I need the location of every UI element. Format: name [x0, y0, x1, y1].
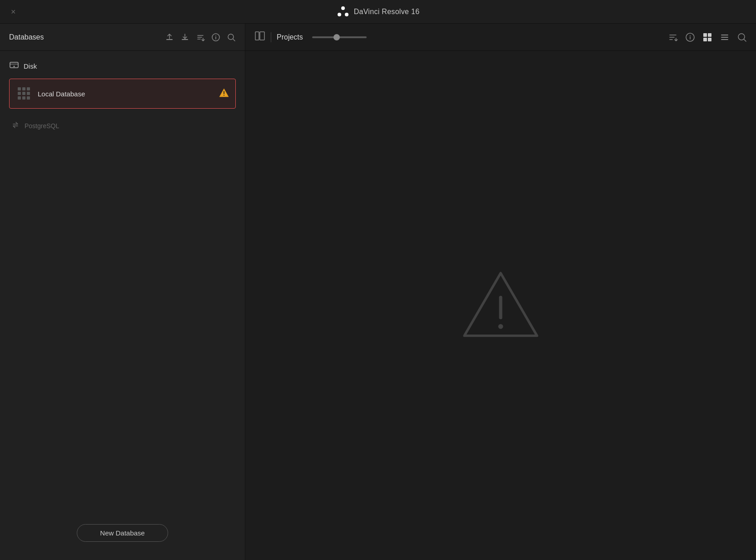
svg-point-9 [14, 66, 15, 67]
postgresql-section: PostgreSQL [9, 118, 236, 134]
svg-rect-3 [166, 39, 173, 40]
title-bar: × DaVinci Resolve 16 [0, 0, 756, 24]
databases-toolbar [165, 33, 236, 42]
database-list: Disk Local Database [0, 51, 245, 515]
svg-point-10 [224, 95, 224, 95]
svg-rect-16 [708, 33, 711, 37]
new-database-button[interactable]: New Database [77, 524, 168, 542]
svg-point-14 [690, 35, 691, 36]
logo-icon [337, 5, 349, 18]
main-layout: Databases [0, 24, 756, 560]
svg-point-0 [341, 6, 345, 10]
sort-icon[interactable] [196, 33, 205, 42]
db-dots-logo [18, 87, 30, 100]
postgresql-label: PostgreSQL [25, 122, 59, 130]
projects-slider-wrapper [312, 36, 367, 38]
disk-icon [9, 60, 19, 72]
svg-rect-15 [703, 33, 707, 37]
projects-content [245, 51, 756, 560]
db-warning-icon [219, 88, 229, 100]
sort-icon-projects[interactable] [668, 32, 678, 42]
search-icon-db[interactable] [227, 33, 236, 42]
projects-size-slider[interactable] [312, 36, 367, 38]
svg-rect-4 [182, 39, 188, 40]
app-title: DaVinci Resolve 16 [354, 8, 420, 16]
download-icon[interactable] [180, 33, 189, 42]
info-icon-db[interactable] [211, 33, 220, 42]
panel-footer: New Database [0, 515, 245, 551]
disk-section-title: Disk [24, 62, 37, 70]
close-button[interactable]: × [11, 8, 16, 16]
local-database-name: Local Database [38, 90, 214, 98]
header-divider [271, 32, 271, 42]
projects-panel: Projects [245, 24, 756, 560]
databases-panel: Databases [0, 24, 245, 560]
projects-header: Projects [245, 24, 756, 51]
svg-point-7 [228, 34, 234, 40]
postgresql-item[interactable]: PostgreSQL [9, 118, 236, 134]
databases-title: Databases [9, 33, 44, 41]
warning-large-icon [460, 269, 542, 342]
postgresql-arrow-icon [11, 120, 20, 131]
projects-toolbar-right [668, 32, 747, 42]
svg-rect-17 [703, 38, 707, 41]
grid-view-icon[interactable] [702, 32, 712, 42]
disk-section-header: Disk [9, 60, 236, 72]
local-database-item[interactable]: Local Database [9, 79, 236, 109]
list-view-icon[interactable] [720, 32, 730, 42]
svg-rect-12 [260, 32, 264, 40]
info-icon-projects[interactable] [685, 32, 695, 42]
panel-toggle-icon[interactable] [254, 30, 265, 44]
svg-point-2 [345, 13, 348, 16]
app-logo: DaVinci Resolve 16 [337, 5, 420, 18]
svg-rect-18 [708, 38, 711, 41]
svg-point-19 [738, 34, 745, 40]
svg-point-6 [215, 35, 216, 36]
db-item-icon [16, 85, 32, 102]
svg-point-20 [498, 324, 503, 329]
upload-icon[interactable] [165, 33, 174, 42]
svg-point-1 [338, 13, 341, 16]
search-icon-projects[interactable] [737, 32, 747, 42]
databases-header: Databases [0, 24, 245, 51]
projects-title: Projects [277, 33, 303, 41]
svg-rect-11 [255, 32, 259, 40]
